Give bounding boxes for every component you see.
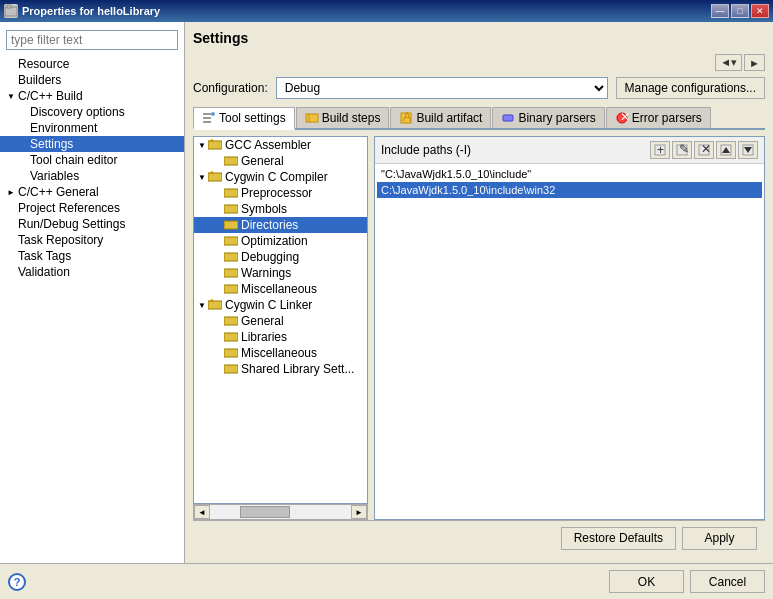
svg-rect-24 <box>224 285 238 293</box>
tool-tree-libraries[interactable]: Libraries <box>194 329 367 345</box>
panel-actions: + ✎ ✕ <box>650 141 758 159</box>
tab-build-steps[interactable]: Build steps <box>296 107 390 128</box>
tool-label: Shared Library Sett... <box>241 362 354 376</box>
forward-button[interactable]: ► <box>744 54 765 71</box>
tree-arrow <box>18 123 28 133</box>
svg-rect-2 <box>203 113 211 115</box>
include-paths-panel: Include paths (-I) + ✎ ✕ <box>374 136 765 520</box>
sidebar-item-environment[interactable]: Environment <box>0 120 184 136</box>
svg-rect-18 <box>224 189 238 197</box>
arrow <box>212 157 224 166</box>
tab-binary-parsers[interactable]: Binary parsers <box>492 107 604 128</box>
tool-label: General <box>241 314 284 328</box>
sidebar-item-discovery-options[interactable]: Discovery options <box>0 104 184 120</box>
tree-arrow <box>6 251 16 261</box>
svg-rect-3 <box>203 117 211 119</box>
split-panel: ▼ GCC Assembler General ▼ <box>193 136 765 520</box>
tool-tree-miscellaneous-linker[interactable]: Miscellaneous <box>194 345 367 361</box>
arrow <box>212 285 224 294</box>
scroll-left-button[interactable]: ◄ <box>194 505 210 519</box>
include-item[interactable]: "C:\JavaWjdk1.5.0_10\include" <box>377 166 762 182</box>
tabs-row: Tool settings Build steps <box>193 107 765 130</box>
tool-tree-symbols[interactable]: Symbols <box>194 201 367 217</box>
move-up-button[interactable] <box>716 141 736 159</box>
tool-tree-shared-library[interactable]: Shared Library Sett... <box>194 361 367 377</box>
body-area: Resource Builders ▼ C/C++ Build Discover… <box>0 22 773 563</box>
tool-label: Cygwin C Linker <box>225 298 312 312</box>
panel-title: Include paths (-I) <box>381 143 471 157</box>
sidebar-item-ccpp-general[interactable]: ► C/C++ General <box>0 184 184 200</box>
window-controls: — □ ✕ <box>711 4 769 18</box>
sidebar-item-label: Task Tags <box>18 249 71 263</box>
sidebar-item-project-references[interactable]: Project References <box>0 200 184 216</box>
tree-arrow <box>18 155 28 165</box>
sidebar-item-ccpp-build[interactable]: ▼ C/C++ Build <box>0 88 184 104</box>
tool-tree-cygwin-linker[interactable]: ▼ Cygwin C Linker <box>194 297 367 313</box>
sidebar: Resource Builders ▼ C/C++ Build Discover… <box>0 22 185 563</box>
tree-arrow <box>6 75 16 85</box>
sidebar-item-variables[interactable]: Variables <box>0 168 184 184</box>
tool-label: Miscellaneous <box>241 282 317 296</box>
edit-include-button[interactable]: ✎ <box>672 141 692 159</box>
toolbar: ◄▾ ► <box>193 54 765 71</box>
tool-tree-debugging[interactable]: Debugging <box>194 249 367 265</box>
tool-tree-warnings[interactable]: Warnings <box>194 265 367 281</box>
filter-input[interactable] <box>6 30 178 50</box>
include-list: "C:\JavaWjdk1.5.0_10\include" C:\JavaWjd… <box>375 164 764 519</box>
svg-rect-10 <box>503 115 513 121</box>
ok-button[interactable]: OK <box>609 570 684 593</box>
minimize-button[interactable]: — <box>711 4 729 18</box>
tool-tree-directories[interactable]: Directories <box>194 217 367 233</box>
sidebar-item-settings[interactable]: Settings <box>0 136 184 152</box>
cancel-button[interactable]: Cancel <box>690 570 765 593</box>
sidebar-item-builders[interactable]: Builders <box>0 72 184 88</box>
back-button[interactable]: ◄▾ <box>715 54 742 71</box>
tool-tree-preprocessor[interactable]: Preprocessor <box>194 185 367 201</box>
sidebar-item-task-tags[interactable]: Task Tags <box>0 248 184 264</box>
sidebar-item-label: Discovery options <box>30 105 125 119</box>
arrow <box>212 221 224 230</box>
tool-label: General <box>241 154 284 168</box>
config-select[interactable]: Debug <box>276 77 608 99</box>
include-item[interactable]: C:\JavaWjdk1.5.0_10\include\win32 <box>377 182 762 198</box>
sidebar-item-label: Builders <box>18 73 61 87</box>
tool-label: Miscellaneous <box>241 346 317 360</box>
svg-rect-28 <box>224 333 238 341</box>
tool-tree-linker-general[interactable]: General <box>194 313 367 329</box>
arrow <box>212 237 224 246</box>
tool-label: Optimization <box>241 234 308 248</box>
delete-include-button[interactable]: ✕ <box>694 141 714 159</box>
restore-defaults-button[interactable]: Restore Defaults <box>561 527 676 550</box>
tab-error-parsers[interactable]: ✕ Error parsers <box>606 107 711 128</box>
tool-tree-miscellaneous-compiler[interactable]: Miscellaneous <box>194 281 367 297</box>
error-parsers-icon: ✕ <box>615 111 629 125</box>
tool-tree-gcc-assembler[interactable]: ▼ GCC Assembler <box>194 137 367 153</box>
sidebar-item-label: Variables <box>30 169 79 183</box>
sidebar-item-resource[interactable]: Resource <box>0 56 184 72</box>
scroll-thumb[interactable] <box>240 506 290 518</box>
sidebar-item-label: Project References <box>18 201 120 215</box>
svg-rect-15 <box>224 157 238 165</box>
move-down-button[interactable] <box>738 141 758 159</box>
tool-tree-cygwin-compiler[interactable]: ▼ Cygwin C Compiler <box>194 169 367 185</box>
tab-build-artifact[interactable]: A Build artifact <box>390 107 491 128</box>
tab-label: Error parsers <box>632 111 702 125</box>
sidebar-item-tool-chain-editor[interactable]: Tool chain editor <box>0 152 184 168</box>
tool-tree-gcc-general[interactable]: General <box>194 153 367 169</box>
sidebar-item-label: Validation <box>18 265 70 279</box>
help-button[interactable]: ? <box>8 573 26 591</box>
tool-tree-optimization[interactable]: Optimization <box>194 233 367 249</box>
manage-configurations-button[interactable]: Manage configurations... <box>616 77 765 99</box>
scroll-right-button[interactable]: ► <box>351 505 367 519</box>
sidebar-item-validation[interactable]: Validation <box>0 264 184 280</box>
sidebar-item-task-repository[interactable]: Task Repository <box>0 232 184 248</box>
arrow <box>212 317 224 326</box>
maximize-button[interactable]: □ <box>731 4 749 18</box>
apply-button[interactable]: Apply <box>682 527 757 550</box>
page-title: Settings <box>193 30 765 46</box>
svg-rect-20 <box>224 221 238 229</box>
sidebar-item-run-debug[interactable]: Run/Debug Settings <box>0 216 184 232</box>
close-button[interactable]: ✕ <box>751 4 769 18</box>
add-include-button[interactable]: + <box>650 141 670 159</box>
tab-tool-settings[interactable]: Tool settings <box>193 107 295 130</box>
